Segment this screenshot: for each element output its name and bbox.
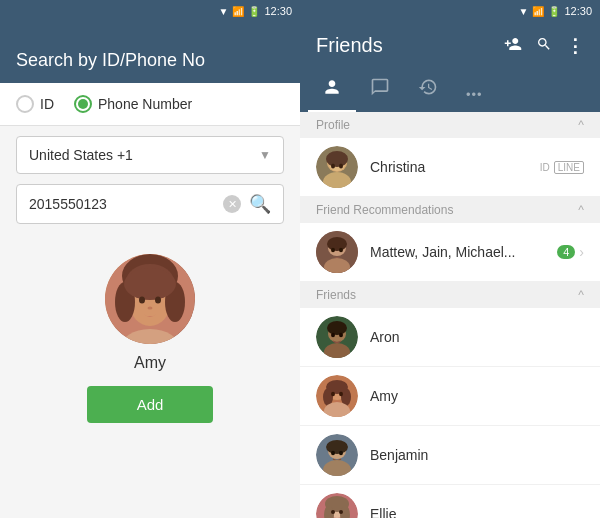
tab-chat[interactable] <box>356 69 404 112</box>
recommendations-avatar-svg <box>316 231 358 273</box>
svg-point-35 <box>331 392 335 396</box>
svg-point-22 <box>339 248 343 252</box>
list-item[interactable]: Aron <box>300 308 600 367</box>
left-header-title: Search by ID/Phone No <box>16 50 205 71</box>
svg-point-16 <box>339 164 343 169</box>
right-header-title: Friends <box>316 34 383 57</box>
tab-history[interactable] <box>404 69 452 112</box>
svg-point-8 <box>155 297 161 304</box>
recommendations-chevron-icon: › <box>579 244 584 260</box>
benjamin-avatar <box>316 434 358 476</box>
phone-input[interactable] <box>29 196 223 212</box>
profile-section-header: Profile ^ <box>300 112 600 138</box>
svg-point-42 <box>339 451 343 455</box>
add-friend-icon[interactable] <box>504 35 522 56</box>
svg-point-36 <box>339 392 343 396</box>
profile-section-title: Profile <box>316 118 350 132</box>
country-text: United States +1 <box>29 147 133 163</box>
aron-name: Aron <box>370 329 584 345</box>
right-header: Friends ⋮ <box>300 22 600 69</box>
right-panel: ▼ 📶 🔋 12:30 Friends ⋮ ••• <box>300 0 600 518</box>
phone-input-row: ✕ 🔍 <box>16 184 284 224</box>
left-time: 12:30 <box>264 5 292 17</box>
list-item[interactable]: Christina ID LINE <box>300 138 600 197</box>
id-radio-option[interactable]: ID <box>16 95 54 113</box>
svg-point-7 <box>139 297 145 304</box>
id-radio-circle[interactable] <box>16 95 34 113</box>
avatar-section: Amy Add <box>0 244 300 433</box>
list-item[interactable]: Benjamin <box>300 426 600 485</box>
result-user-name: Amy <box>134 354 166 372</box>
svg-point-6 <box>124 268 176 300</box>
christina-avatar <box>316 146 358 188</box>
right-header-icons: ⋮ <box>504 35 584 57</box>
left-panel: ▼ 📶 🔋 12:30 Search by ID/Phone No ID Pho… <box>0 0 300 518</box>
svg-point-50 <box>339 510 343 514</box>
ellie-name: Ellie <box>370 506 584 518</box>
friends-list: Profile ^ Christina ID LINE <box>300 112 600 518</box>
aron-avatar-svg <box>316 316 358 358</box>
battery-icon: 🔋 <box>248 6 260 17</box>
left-status-bar: ▼ 📶 🔋 12:30 <box>0 0 300 22</box>
right-battery-icon: 🔋 <box>548 6 560 17</box>
svg-point-49 <box>331 510 335 514</box>
svg-point-28 <box>339 333 343 337</box>
list-item[interactable]: Mattew, Jain, Michael... 4 › <box>300 223 600 282</box>
right-time: 12:30 <box>564 5 592 17</box>
right-wifi-icon: 📶 <box>532 6 544 17</box>
phone-radio-label: Phone Number <box>98 96 192 112</box>
search-header-icon[interactable] <box>536 36 552 56</box>
benjamin-avatar-svg <box>316 434 358 476</box>
ellie-avatar <box>316 493 358 518</box>
add-button[interactable]: Add <box>87 386 214 423</box>
avatar-svg <box>105 254 195 344</box>
svg-point-41 <box>331 451 335 455</box>
christina-name: Christina <box>370 159 540 175</box>
right-signal-icon: ▼ <box>519 6 529 17</box>
recommendations-avatar <box>316 231 358 273</box>
list-item[interactable]: Ellie <box>300 485 600 518</box>
aron-avatar <box>316 316 358 358</box>
svg-point-15 <box>331 164 335 169</box>
christina-avatar-svg <box>316 146 358 188</box>
result-avatar <box>105 254 195 344</box>
profile-chevron-icon: ^ <box>578 118 584 132</box>
wifi-icon: 📶 <box>232 6 244 17</box>
svg-point-26 <box>327 321 347 335</box>
amy-avatar <box>316 375 358 417</box>
phone-radio-option[interactable]: Phone Number <box>74 95 192 113</box>
ellie-avatar-svg <box>316 493 358 518</box>
tabs-row: ••• <box>300 69 600 112</box>
phone-radio-circle[interactable] <box>74 95 92 113</box>
benjamin-name: Benjamin <box>370 447 584 463</box>
recommendations-count: 4 <box>557 245 575 259</box>
id-line-badge: ID LINE <box>540 161 584 174</box>
right-status-bar: ▼ 📶 🔋 12:30 <box>300 0 600 22</box>
radio-row: ID Phone Number <box>0 83 300 126</box>
id-text: ID <box>540 162 550 173</box>
svg-point-9 <box>148 307 153 310</box>
svg-point-20 <box>327 237 347 251</box>
recommendations-section-title: Friend Recommendations <box>316 203 453 217</box>
recommendations-name: Mattew, Jain, Michael... <box>370 244 557 260</box>
list-item[interactable]: Amy <box>300 367 600 426</box>
recommendations-section-header: Friend Recommendations ^ <box>300 197 600 223</box>
more-icon[interactable]: ⋮ <box>566 35 584 57</box>
chevron-down-icon: ▼ <box>259 148 271 162</box>
recommendations-chevron-icon: ^ <box>578 203 584 217</box>
search-icon[interactable]: 🔍 <box>249 193 271 215</box>
svg-point-21 <box>331 248 335 252</box>
friends-section-title: Friends <box>316 288 356 302</box>
country-selector[interactable]: United States +1 ▼ <box>16 136 284 174</box>
amy-name: Amy <box>370 388 584 404</box>
svg-point-14 <box>326 151 348 167</box>
clear-icon[interactable]: ✕ <box>223 195 241 213</box>
line-badge: LINE <box>554 161 584 174</box>
friends-section-chevron-icon: ^ <box>578 288 584 302</box>
left-header: Search by ID/Phone No <box>0 22 300 83</box>
tab-more[interactable]: ••• <box>452 79 497 112</box>
id-radio-label: ID <box>40 96 54 112</box>
signal-icon: ▼ <box>219 6 229 17</box>
friends-section-header: Friends ^ <box>300 282 600 308</box>
tab-friends[interactable] <box>308 69 356 112</box>
